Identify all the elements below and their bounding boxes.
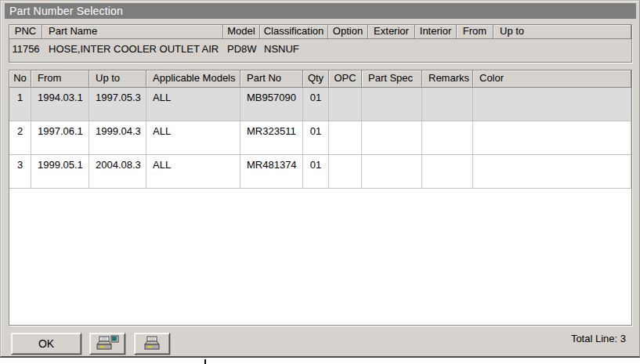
cell-color	[473, 121, 631, 155]
cell-no: 2	[9, 121, 31, 155]
info-header-exterior: Exterior	[368, 25, 415, 39]
col-header-color: Color	[473, 70, 631, 88]
info-header-classification: Classification	[260, 25, 328, 39]
info-header-up-to: Up to	[494, 25, 631, 39]
cell-opc	[329, 155, 362, 189]
table-row[interactable]: 1 1994.03.1 1997.05.3 ALL MB957090 01	[9, 88, 631, 121]
cell-part-spec	[362, 121, 422, 155]
col-header-part-spec: Part Spec	[362, 70, 422, 88]
info-value-model: PD8W	[223, 39, 260, 62]
printer-icon	[142, 335, 162, 352]
cell-up-to: 1997.05.3	[89, 88, 146, 121]
cell-opc	[329, 88, 362, 121]
col-header-applicable-models: Applicable Models	[146, 70, 240, 88]
info-value-classification: NSNUF	[260, 39, 328, 62]
info-value-interior	[415, 39, 457, 62]
cell-no: 1	[9, 88, 31, 121]
cell-qty: 01	[303, 121, 329, 155]
cursor-tick-mark	[204, 359, 206, 364]
col-header-part-no: Part No	[240, 70, 303, 88]
cell-part-spec	[362, 88, 422, 121]
info-header-interior: Interior	[415, 25, 457, 39]
cell-color	[473, 88, 631, 121]
cell-part-no: MB957090	[240, 88, 303, 121]
table-header-row: No From Up to Applicable Models Part No …	[9, 70, 631, 88]
col-header-no: No	[9, 70, 31, 88]
part-info-header-row: PNC Part Name Model Classification Optio…	[9, 25, 631, 39]
window-title: Part Number Selection	[9, 5, 123, 17]
cell-from: 1994.03.1	[31, 88, 89, 121]
cell-part-no: MR481374	[240, 155, 303, 189]
part-number-selection-window: Part Number Selection PNC Part Name Mode…	[0, 0, 640, 358]
col-header-remarks: Remarks	[422, 70, 473, 88]
info-value-option	[328, 39, 368, 62]
col-header-opc: OPC	[329, 70, 362, 88]
col-header-qty: Qty	[303, 70, 329, 88]
cell-no: 3	[9, 155, 31, 189]
cell-from: 1999.05.1	[31, 155, 89, 189]
cell-part-spec	[362, 155, 422, 189]
cell-opc	[329, 121, 362, 155]
print-button[interactable]	[134, 333, 170, 355]
cell-qty: 01	[303, 88, 329, 121]
cell-from: 1997.06.1	[31, 121, 89, 155]
info-value-up-to	[494, 39, 631, 62]
info-header-model: Model	[223, 25, 260, 39]
ok-button-label: OK	[38, 337, 54, 350]
cell-applicable-models: ALL	[146, 155, 240, 189]
col-header-from: From	[31, 70, 89, 88]
col-header-up-to: Up to	[89, 70, 146, 88]
info-value-exterior	[368, 39, 415, 62]
cell-applicable-models: ALL	[146, 121, 240, 155]
cell-up-to: 1999.04.3	[89, 121, 146, 155]
info-header-option: Option	[328, 25, 368, 39]
cell-up-to: 2004.08.3	[89, 155, 146, 189]
part-number-table: No From Up to Applicable Models Part No …	[9, 70, 632, 326]
page-background-strip	[0, 359, 640, 364]
cell-remarks	[422, 88, 473, 121]
info-header-pnc: PNC	[9, 25, 42, 39]
cell-remarks	[422, 155, 473, 189]
info-value-pnc: 11756	[9, 39, 42, 62]
cell-qty: 01	[303, 155, 329, 189]
cell-part-no: MR323511	[240, 121, 303, 155]
cell-color	[473, 155, 631, 189]
print-preview-button[interactable]	[89, 333, 125, 355]
info-value-from	[457, 39, 494, 62]
info-header-part-name: Part Name	[42, 25, 223, 39]
part-info-panel: PNC Part Name Model Classification Optio…	[9, 24, 632, 63]
info-value-part-name: HOSE,INTER COOLER OUTLET AIR	[42, 39, 223, 62]
part-info-value-row: 11756 HOSE,INTER COOLER OUTLET AIR PD8W …	[9, 39, 631, 62]
table-row[interactable]: 3 1999.05.1 2004.08.3 ALL MR481374 01	[9, 155, 631, 189]
table-row[interactable]: 2 1997.06.1 1999.04.3 ALL MR323511 01	[9, 121, 631, 155]
window-titlebar[interactable]: Part Number Selection	[5, 3, 636, 19]
total-line-label: Total Line: 3	[571, 333, 626, 345]
cell-remarks	[422, 121, 473, 155]
ok-button[interactable]: OK	[11, 333, 81, 355]
printer-with-monitor-icon	[96, 335, 119, 352]
info-header-from: From	[457, 25, 494, 39]
cell-applicable-models: ALL	[146, 88, 240, 121]
